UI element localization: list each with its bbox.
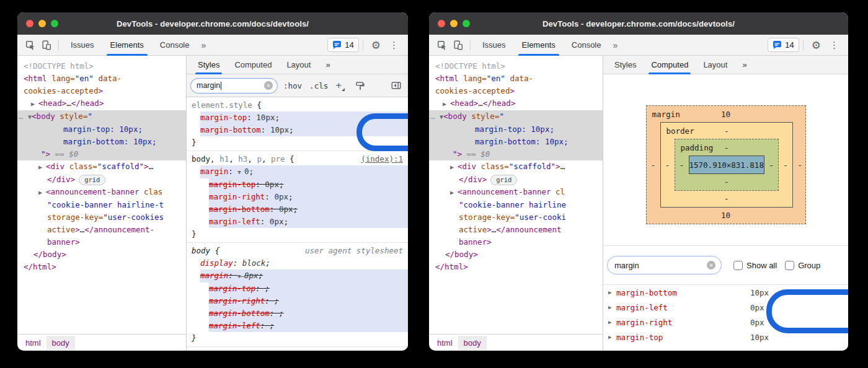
clear-filter-icon[interactable]: × bbox=[707, 261, 715, 269]
dom-tree-node[interactable]: "cookie-banner hairline bbox=[429, 199, 603, 211]
style-declaration[interactable]: margin-top: 10px; bbox=[187, 112, 408, 124]
toggle-sidebar-icon[interactable] bbox=[388, 77, 404, 94]
messages-badge[interactable]: 14 bbox=[768, 38, 799, 52]
dom-tree-node[interactable]: ▶ <div class="scaffold">… bbox=[17, 160, 186, 173]
dom-tree-node[interactable]: </body> bbox=[17, 248, 186, 261]
padding-right-value[interactable]: - bbox=[764, 156, 778, 174]
panel-tab-layout[interactable]: Layout bbox=[279, 56, 318, 74]
dom-tree-node[interactable]: cookies-accepted> bbox=[17, 85, 186, 97]
checkbox-box[interactable] bbox=[785, 261, 794, 270]
messages-badge[interactable]: 14 bbox=[327, 38, 358, 52]
panel-tab-styles[interactable]: Styles bbox=[190, 56, 227, 74]
style-declaration[interactable]: margin-top: ; bbox=[187, 283, 408, 295]
style-declaration[interactable]: margin-bottom: 10px; bbox=[187, 124, 408, 136]
box-model-padding[interactable]: - padding - 1570.910×831.818 - - bbox=[675, 139, 779, 191]
breadcrumb-item-body[interactable]: body bbox=[46, 336, 75, 350]
kebab-menu-icon[interactable]: ⋮ bbox=[385, 40, 403, 51]
dom-tree-node[interactable]: </div>grid bbox=[429, 173, 603, 186]
box-model-margin[interactable]: 10 margin - - border - bbox=[646, 105, 806, 224]
checkbox-group[interactable]: Group bbox=[785, 261, 820, 270]
style-declaration[interactable]: margin-top: 0px; bbox=[187, 178, 408, 191]
dom-tree-node[interactable]: <!DOCTYPE html> bbox=[429, 60, 603, 72]
dom-tree-node[interactable]: ▶ <div class="scaffold">… bbox=[429, 160, 603, 173]
computed-filter-input[interactable]: margin × bbox=[607, 256, 722, 274]
tab-issues[interactable]: Issues bbox=[474, 35, 514, 56]
breadcrumb-item-body[interactable]: body bbox=[458, 336, 487, 350]
padding-bottom-value[interactable]: - bbox=[675, 174, 778, 190]
expand-arrow-icon[interactable]: ▶ bbox=[608, 304, 616, 310]
style-declaration[interactable]: body {user agent stylesheet bbox=[187, 245, 408, 257]
panel-tab-computed[interactable]: Computed bbox=[227, 56, 279, 74]
panel-tab-computed[interactable]: Computed bbox=[644, 56, 696, 74]
zoom-window-button[interactable] bbox=[463, 20, 470, 27]
dom-tree-node[interactable]: banner> bbox=[17, 236, 186, 248]
inspect-element-icon[interactable] bbox=[434, 37, 450, 53]
grid-badge[interactable]: grid bbox=[490, 175, 517, 185]
style-declaration[interactable]: element.style { bbox=[187, 99, 408, 112]
panel-tab-styles[interactable]: Styles bbox=[607, 56, 644, 74]
more-tabs-button[interactable]: » bbox=[197, 35, 210, 56]
border-bottom-value[interactable]: - bbox=[661, 191, 792, 207]
computed-property-row[interactable]: ▶margin-left0px bbox=[603, 300, 848, 315]
style-declaration[interactable]: margin-right: ; bbox=[187, 295, 408, 307]
toggle-element-state-button[interactable]: :hov bbox=[283, 81, 302, 90]
style-declaration[interactable]: margin: ▼ 8px; bbox=[187, 269, 408, 283]
style-declaration[interactable]: margin-right: 0px; bbox=[187, 191, 408, 203]
box-model-border[interactable]: - border - - padding bbox=[660, 122, 793, 208]
dom-tree-node[interactable]: margin-bottom: 10px; bbox=[429, 136, 603, 148]
element-classes-button[interactable]: .cls bbox=[309, 81, 328, 90]
dom-tree-node[interactable]: "> == $0 bbox=[17, 148, 186, 160]
style-declaration[interactable]: body, h1, h3, p, pre {(index):1 bbox=[187, 153, 408, 165]
stylesheet-source-link[interactable]: (index):1 bbox=[361, 153, 408, 165]
style-declaration[interactable]: margin-left: ; bbox=[187, 320, 408, 332]
border-left-value[interactable]: - bbox=[661, 139, 675, 191]
titlebar[interactable]: DevTools - developer.chrome.com/docs/dev… bbox=[429, 12, 848, 35]
dom-tree-node[interactable]: ▶ <announcement-banner clas bbox=[17, 186, 186, 199]
kebab-menu-icon[interactable]: ⋮ bbox=[825, 40, 843, 51]
dom-tree-node[interactable]: </html> bbox=[429, 261, 603, 273]
tab-elements[interactable]: Elements bbox=[102, 35, 152, 56]
dom-tree-node[interactable]: cookies-accepted> bbox=[429, 85, 603, 97]
expand-arrow-icon[interactable]: ▶ bbox=[608, 319, 616, 325]
dom-tree-node[interactable]: active>…</announcement- bbox=[17, 224, 186, 236]
dom-tree-node[interactable]: margin-top: 10px; bbox=[429, 123, 603, 136]
dom-tree-node[interactable]: "cookie-banner hairline-t bbox=[17, 199, 186, 211]
titlebar[interactable]: DevTools - developer.chrome.com/docs/dev… bbox=[17, 12, 408, 35]
styles-filter-input[interactable]: margin × bbox=[190, 78, 278, 94]
breadcrumb-item-html[interactable]: html bbox=[432, 336, 458, 350]
more-tabs-button[interactable]: » bbox=[609, 35, 621, 56]
close-window-button[interactable] bbox=[26, 20, 33, 27]
minimize-window-button[interactable] bbox=[450, 20, 458, 27]
tab-console[interactable]: Console bbox=[152, 35, 198, 56]
device-toolbar-icon[interactable] bbox=[450, 37, 466, 53]
style-declaration[interactable]: margin-bottom: 0px; bbox=[187, 203, 408, 216]
computed-property-row[interactable]: ▶margin-right0px bbox=[603, 315, 848, 330]
dom-tree-node[interactable]: ▶ <head>…</head> bbox=[429, 97, 603, 110]
dom-tree-node[interactable]: </html> bbox=[17, 261, 186, 273]
grid-badge[interactable]: grid bbox=[79, 175, 105, 185]
computed-property-row[interactable]: ▶margin-top10px bbox=[603, 330, 848, 344]
settings-gear-icon[interactable]: ⚙ bbox=[807, 39, 825, 51]
expand-arrow-icon[interactable]: ▶ bbox=[608, 289, 616, 296]
tab-console[interactable]: Console bbox=[564, 35, 609, 56]
dom-tree-node[interactable]: active>…</announcement bbox=[429, 224, 603, 236]
dom-tree-node[interactable]: ▶ <announcement-banner cl bbox=[429, 186, 603, 199]
dom-tree-node[interactable]: margin-top: 10px; bbox=[17, 123, 186, 136]
dom-tree-node[interactable]: </div>grid bbox=[17, 173, 186, 186]
inspect-element-icon[interactable] bbox=[22, 37, 38, 53]
more-panel-tabs-button[interactable]: » bbox=[318, 56, 337, 74]
dom-tree-node[interactable]: storage-key="user-cooki bbox=[429, 211, 603, 224]
margin-right-value[interactable]: - bbox=[793, 122, 807, 208]
rendering-emulation-icon[interactable] bbox=[352, 77, 368, 94]
style-declaration[interactable]: display: block; bbox=[187, 257, 408, 269]
style-declaration[interactable]: margin: ▼ 0; bbox=[187, 165, 408, 178]
tab-elements[interactable]: Elements bbox=[514, 35, 564, 56]
breadcrumb-item-html[interactable]: html bbox=[20, 336, 46, 350]
expand-arrow-icon[interactable]: ▶ bbox=[608, 334, 616, 340]
tab-issues[interactable]: Issues bbox=[63, 35, 102, 56]
checkbox-box[interactable] bbox=[733, 261, 743, 270]
minimize-window-button[interactable] bbox=[38, 20, 46, 27]
margin-bottom-value[interactable]: 10 bbox=[647, 208, 805, 224]
clear-filter-icon[interactable]: × bbox=[264, 81, 273, 90]
panel-tab-layout[interactable]: Layout bbox=[696, 56, 735, 74]
